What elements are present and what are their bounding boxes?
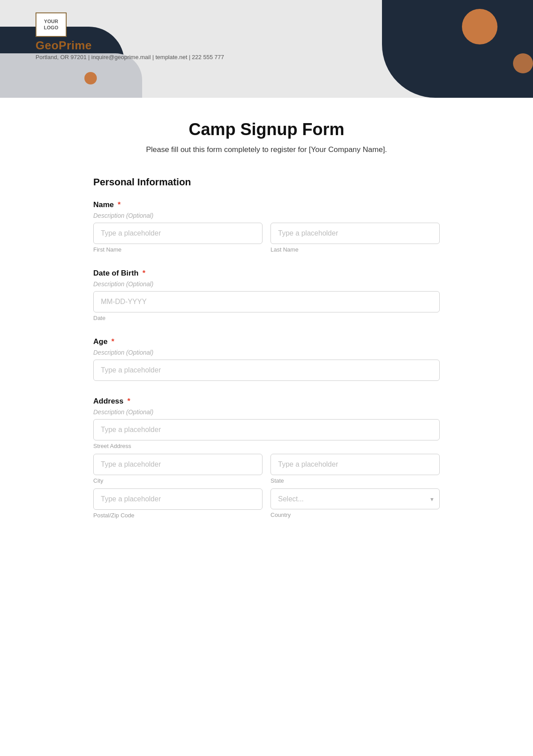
last-name-sublabel: Last Name	[270, 246, 440, 253]
zip-input[interactable]	[93, 488, 263, 510]
field-group-dob: Date of Birth * Description (Optional) D…	[93, 269, 440, 321]
first-name-input[interactable]	[93, 223, 263, 244]
field-desc-age: Description (Optional)	[93, 349, 440, 356]
field-group-age: Age * Description (Optional)	[93, 337, 440, 381]
first-name-sublabel: First Name	[93, 246, 263, 253]
field-desc-dob: Description (Optional)	[93, 280, 440, 288]
field-group-address: Address * Description (Optional) Street …	[93, 397, 440, 519]
state-input[interactable]	[270, 454, 440, 475]
name-input-row: First Name Last Name	[93, 223, 440, 253]
country-sublabel: Country	[270, 512, 440, 518]
field-group-name: Name * Description (Optional) First Name…	[93, 200, 440, 253]
form-container: Camp Signup Form Please fill out this fo…	[67, 98, 466, 570]
first-name-wrap: First Name	[93, 223, 263, 253]
last-name-input[interactable]	[270, 223, 440, 244]
field-label-name: Name *	[93, 200, 440, 209]
required-star-age: *	[111, 337, 115, 346]
required-star-name: *	[118, 200, 121, 209]
country-wrap: Select... United States Canada United Ki…	[270, 488, 440, 519]
required-star-address: *	[127, 397, 131, 405]
header-circle-orange-left	[84, 72, 97, 84]
form-title: Camp Signup Form	[93, 120, 440, 139]
state-wrap: State	[270, 454, 440, 484]
dob-input[interactable]	[93, 291, 440, 312]
header-logo-area: YOUR LOGO GeoPrime Portland, OR 97201 | …	[36, 12, 224, 60]
required-star-dob: *	[143, 269, 146, 277]
logo-box: YOUR LOGO	[36, 12, 67, 37]
form-subtitle: Please fill out this form completely to …	[93, 145, 440, 154]
company-name: GeoPrime	[36, 39, 224, 52]
field-label-address: Address *	[93, 397, 440, 406]
company-address: Portland, OR 97201 | inquire@geoprime.ma…	[36, 54, 224, 60]
header-circle-orange-top	[462, 9, 497, 44]
street-sublabel: Street Address	[93, 443, 440, 449]
zip-sublabel: Postal/Zip Code	[93, 512, 263, 519]
city-state-row: City State	[93, 454, 440, 484]
last-name-wrap: Last Name	[270, 223, 440, 253]
header-circle-orange-mid	[513, 53, 533, 73]
header-dark-right	[382, 0, 533, 98]
age-input[interactable]	[93, 360, 440, 381]
section-personal-info-title: Personal Information	[93, 176, 440, 188]
zip-wrap: Postal/Zip Code	[93, 488, 263, 519]
city-input[interactable]	[93, 454, 263, 475]
street-wrap: Street Address	[93, 419, 440, 449]
country-select-wrap: Select... United States Canada United Ki…	[270, 488, 440, 509]
field-label-dob: Date of Birth *	[93, 269, 440, 278]
dob-sublabel: Date	[93, 315, 440, 321]
street-input[interactable]	[93, 419, 440, 440]
dob-wrap: Date	[93, 291, 440, 321]
field-desc-name: Description (Optional)	[93, 212, 440, 219]
page-header: YOUR LOGO GeoPrime Portland, OR 97201 | …	[0, 0, 533, 98]
city-wrap: City	[93, 454, 263, 484]
zip-country-row: Postal/Zip Code Select... United States …	[93, 488, 440, 519]
field-desc-address: Description (Optional)	[93, 408, 440, 416]
field-label-age: Age *	[93, 337, 440, 346]
country-select[interactable]: Select... United States Canada United Ki…	[270, 488, 440, 509]
state-sublabel: State	[270, 477, 440, 484]
age-wrap	[93, 360, 440, 381]
city-sublabel: City	[93, 477, 263, 484]
